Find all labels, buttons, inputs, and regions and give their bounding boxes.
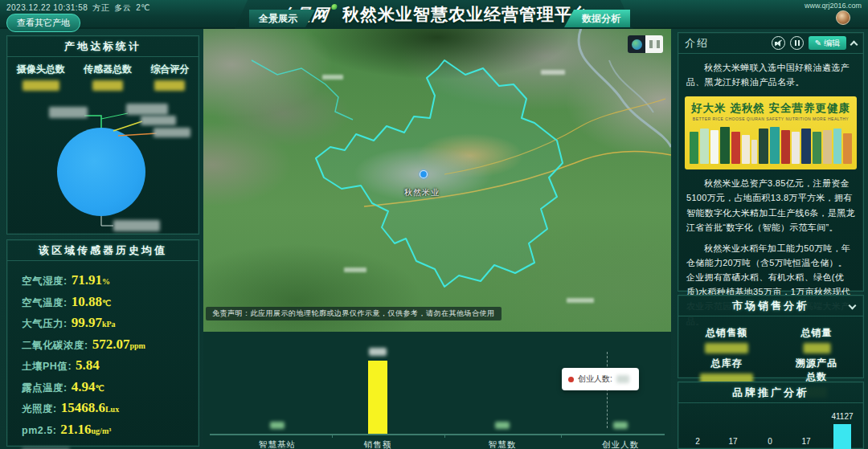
sensor-row: 空气温度:10.88℃ [22,294,199,316]
sensor-unit: ℃ [95,384,104,393]
blurred-value [613,422,628,429]
sensor-unit: Lux [105,405,119,414]
market-analysis-panel: 市场销售分析 总销售额 总销量 总库存 溯源产品总数 [678,295,864,378]
view-other-sites-button[interactable]: 查看其它产地 [6,14,80,32]
intro-panel: 介绍 ✎ 编辑 秋然大米蝉联入选中国好粮油遴选产品、黑龙江好粮油产品名录。 好大… [678,32,864,292]
stat-label: 综合评分 [150,63,189,76]
sensor-value: 572.07 [92,337,130,352]
pie-label-blurred [126,104,168,115]
intro-header: 介绍 ✎ 编辑 [678,33,863,54]
brand-promotion-chart[interactable]: 2 17 0 17 41127 文章 可视对话 直播 农旅导航 观看数 [678,402,863,449]
datetime-weather: 2023.12.22 10:31:58方正多云2℃ [6,2,155,14]
axis-tick [332,434,333,438]
sensor-unit: ℃ [102,299,111,308]
blurred-value [23,80,59,91]
sensor-value: 15468.6 [61,400,105,415]
bar-viewers[interactable] [833,424,851,449]
map-layer-toggle-icon[interactable] [645,35,663,53]
map-overlay [203,28,671,332]
blurred-value [803,343,830,353]
sensor-unit: kPa [102,320,116,329]
website-url: www.qrj2016.com [805,2,862,10]
temperature-text: 2℃ [136,3,150,12]
city-text: 方正 [92,3,109,12]
bar-sales[interactable] [368,361,387,434]
sensor-value: 21.16 [60,422,91,437]
weather-text: 多云 [114,3,131,12]
stat-sensors: 传感器总数 [84,63,132,94]
stat-label: 传感器总数 [84,63,132,76]
stat-cameras: 摄像头总数 [17,63,65,94]
collapse-chevron-icon[interactable] [849,302,857,310]
stat-label: 溯源产品总数 [793,357,840,384]
sensor-row: 二氧化碳浓度:572.07ppm [22,337,199,358]
chart-tooltip: 创业人数: [562,368,639,390]
mute-icon[interactable] [772,36,785,50]
standards-stats: 摄像头总数 传感器总数 综合评分 [7,63,199,94]
sensor-row: 光照度:15468.6Lux [22,400,199,422]
intro-paragraph-1: 秋然大米蝉联入选中国好粮油遴选产品、黑龙江好粮油产品名录。 [686,60,855,89]
user-avatar[interactable] [836,10,850,25]
bar-value: 0 [768,437,772,446]
banner-subtitle: BETTER RICE CHOOSE QIURAN SAFETY NUTRITI… [690,116,852,121]
ad-banner[interactable]: 好大米 选秋然 安全营养更健康 BETTER RICE CHOOSE QIURA… [685,96,857,169]
bar-value: 41127 [831,412,853,421]
satellite-toggle-icon[interactable] [628,35,645,53]
sensor-value: 99.97 [72,315,102,330]
brand-promotion-panel: 品牌推广分析 2 17 0 17 41127 文章 可视对话 直播 农旅导航 观… [678,382,864,449]
map-town-label-blurred [541,70,565,75]
sensor-label: pm2.5 [22,425,53,436]
axis-tick [561,434,562,438]
stat-total-sales: 总销售额 [705,326,748,357]
sensor-unit: ppm [129,341,145,350]
sensor-value: 5.84 [76,357,100,373]
edit-button[interactable]: ✎ 编辑 [809,36,846,50]
sensor-label: 空气温度 [22,297,63,308]
tooltip-label: 创业人数: [578,373,612,385]
sensor-value: 71.91 [72,272,102,288]
pie-label-blurred [154,128,190,137]
collapse-chevron-icon[interactable] [850,41,858,49]
metrics-bar-chart[interactable]: 智慧基站 销售额 智慧数 创业人数 创业人数: [203,332,671,449]
sensor-value: 10.88 [72,294,102,309]
intro-title: 介绍 [685,36,709,51]
pie-label-blurred [141,116,176,125]
blurred-value [616,375,629,383]
sensor-label: 二氧化碳浓度 [22,340,84,351]
sensor-row: 空气湿度:71.91% [22,272,199,294]
sensor-label: 光照度 [22,403,53,414]
sensor-label: 土壤PH值 [22,361,68,372]
banner-title: 好大米 选秋然 安全营养更健康 [690,101,852,116]
sensor-unit: % [102,277,110,286]
stat-label: 总销量 [801,326,833,340]
compliance-pie-chart[interactable] [57,128,145,216]
brand-panel-title: 品牌推广分析 [678,382,863,403]
sensor-history-panel: 该区域传感器历史均值 空气湿度:71.91% 空气温度:10.88℃ 大气压力:… [6,239,199,447]
dashboard-root: 农垦网 秋然米业智慧农业经营管理平台 全景展示 数据分析 2023.12.22 … [0,0,868,449]
data-analysis-button[interactable]: 数据分析 [564,10,630,27]
stat-score: 综合评分 [150,63,189,94]
sensor-value: 4.94 [72,379,96,394]
datetime-text: 2023.12.22 10:31:58 [6,3,88,12]
bar-value: 17 [728,437,737,446]
sensor-row: 大气压力:99.97kPa [22,315,199,337]
map-town-label-blurred [322,75,343,80]
standards-panel: 产地达标统计 摄像头总数 传感器总数 综合评分 [6,35,199,235]
panorama-button[interactable]: 全景展示 [249,10,315,27]
bar-value: 2 [695,437,700,446]
satellite-map[interactable]: 秋然米业 免责声明：此应用展示的地理轮廓或边界仅作示意，仅供参考，请勿在其他场合… [203,28,671,332]
blurred-value [705,343,748,353]
series-dot [568,377,574,382]
category-label: 创业人数 [602,439,639,449]
stat-label: 摄像头总数 [17,63,65,76]
blurred-value [92,80,123,91]
intro-paragraph-2: 秋然米业总资产3.85亿元，注册资金5100万元，占地面积13.8万平方米，拥有… [686,176,855,235]
blurred-value [369,348,387,356]
blurred-value [154,80,185,91]
stat-total-volume: 总销量 [801,326,833,357]
standards-panel-title: 产地达标统计 [7,36,199,57]
axis-tick [444,434,445,438]
x-axis [210,434,665,435]
sensor-row: pm2.5:21.16ug/m³ [22,422,199,443]
pause-icon[interactable] [790,36,804,50]
